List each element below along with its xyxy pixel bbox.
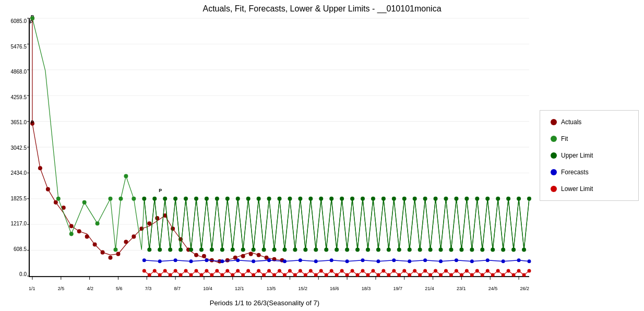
svg-point-138 bbox=[220, 259, 224, 263]
svg-point-166 bbox=[179, 273, 183, 277]
svg-point-140 bbox=[252, 259, 255, 263]
chart-svg: P P P bbox=[30, 18, 529, 276]
svg-point-91 bbox=[314, 248, 318, 252]
svg-point-93 bbox=[324, 248, 328, 252]
svg-point-99 bbox=[355, 248, 360, 252]
x-tick-12: 18/3 bbox=[362, 286, 371, 291]
svg-point-197 bbox=[340, 269, 344, 272]
x-tick-14: 21/4 bbox=[425, 286, 434, 291]
svg-point-64 bbox=[173, 197, 177, 201]
svg-point-165 bbox=[174, 269, 177, 272]
svg-point-232 bbox=[522, 273, 526, 277]
svg-point-180 bbox=[252, 273, 255, 277]
svg-point-81 bbox=[262, 248, 266, 252]
svg-point-219 bbox=[455, 269, 458, 272]
svg-point-48 bbox=[30, 16, 34, 20]
svg-point-116 bbox=[444, 197, 448, 201]
svg-point-79 bbox=[252, 248, 256, 252]
svg-point-56 bbox=[124, 174, 128, 178]
svg-point-181 bbox=[257, 269, 260, 272]
svg-point-98 bbox=[350, 197, 354, 201]
svg-point-115 bbox=[439, 248, 443, 252]
x-tick-15: 23/1 bbox=[457, 286, 466, 291]
svg-point-127 bbox=[501, 248, 505, 252]
svg-point-137 bbox=[205, 258, 208, 262]
svg-point-184 bbox=[272, 273, 276, 277]
svg-point-216 bbox=[439, 273, 443, 277]
svg-point-211 bbox=[413, 269, 416, 272]
svg-point-13 bbox=[38, 166, 42, 170]
svg-point-123 bbox=[480, 248, 484, 252]
y-tick-5476: 5476.5 bbox=[10, 44, 27, 50]
svg-point-160 bbox=[148, 273, 151, 277]
svg-point-159 bbox=[142, 269, 146, 272]
svg-point-65 bbox=[178, 248, 183, 252]
svg-point-204 bbox=[376, 273, 380, 277]
y-axis-labels: 6085.0 5476.5 4868.0 4259.5 3651.0 3042.… bbox=[0, 18, 29, 277]
svg-point-187 bbox=[288, 269, 292, 272]
svg-point-229 bbox=[507, 269, 510, 272]
svg-point-70 bbox=[205, 197, 209, 201]
svg-point-233 bbox=[528, 269, 531, 272]
svg-point-207 bbox=[392, 269, 396, 272]
svg-point-141 bbox=[267, 258, 271, 262]
svg-point-62 bbox=[163, 197, 167, 201]
svg-point-34 bbox=[202, 254, 206, 258]
legend-actuals: Actuals bbox=[551, 118, 628, 126]
svg-point-202 bbox=[366, 273, 369, 277]
svg-point-51 bbox=[82, 200, 87, 205]
y-tick-6085: 6085.0 bbox=[10, 18, 27, 24]
svg-point-58 bbox=[142, 197, 146, 201]
svg-text:P: P bbox=[159, 188, 162, 193]
svg-point-206 bbox=[387, 273, 390, 277]
svg-point-80 bbox=[257, 197, 261, 201]
x-tick-11: 16/6 bbox=[330, 286, 339, 291]
svg-point-189 bbox=[299, 269, 302, 272]
chart-container: Actuals, Fit, Forecasts, Lower & Upper L… bbox=[0, 0, 644, 311]
svg-point-94 bbox=[329, 197, 333, 201]
legend-fit-dot bbox=[551, 136, 557, 142]
svg-point-125 bbox=[491, 248, 495, 252]
svg-point-23 bbox=[116, 252, 120, 256]
legend-forecasts: Forecasts bbox=[551, 169, 628, 176]
svg-point-101 bbox=[366, 248, 370, 252]
y-tick-2434: 2434.0 bbox=[10, 170, 27, 176]
y-tick-1825: 1825.5 bbox=[10, 196, 27, 201]
svg-point-100 bbox=[361, 197, 365, 201]
svg-point-112 bbox=[423, 197, 427, 201]
svg-point-119 bbox=[459, 248, 463, 252]
svg-point-73 bbox=[220, 248, 224, 252]
y-tick-4868: 4868.0 bbox=[10, 69, 27, 75]
svg-point-108 bbox=[402, 197, 407, 201]
svg-point-95 bbox=[335, 248, 339, 252]
svg-point-163 bbox=[163, 269, 167, 272]
x-tick-13: 19/7 bbox=[393, 286, 403, 291]
legend-lower-limit: Lower Limit bbox=[551, 185, 628, 193]
y-tick-4259: 4259.5 bbox=[10, 94, 27, 100]
svg-point-226 bbox=[491, 273, 495, 277]
svg-point-158 bbox=[528, 259, 531, 263]
svg-point-224 bbox=[481, 273, 484, 277]
svg-point-86 bbox=[288, 197, 292, 201]
svg-point-66 bbox=[184, 197, 188, 201]
svg-point-157 bbox=[517, 258, 521, 262]
svg-point-177 bbox=[236, 269, 240, 272]
legend-upper-limit: Upper Limit bbox=[551, 152, 628, 159]
svg-point-117 bbox=[449, 248, 453, 252]
svg-point-113 bbox=[428, 248, 433, 252]
svg-point-87 bbox=[293, 248, 297, 252]
legend-actuals-dot bbox=[551, 119, 557, 125]
svg-point-134 bbox=[158, 259, 162, 263]
svg-point-84 bbox=[278, 197, 282, 201]
svg-point-182 bbox=[262, 273, 266, 277]
x-tick-9: 13/5 bbox=[267, 286, 276, 291]
svg-point-41 bbox=[257, 253, 261, 257]
x-tick-8: 12/1 bbox=[235, 286, 244, 291]
svg-point-53 bbox=[109, 197, 113, 201]
svg-point-172 bbox=[210, 273, 213, 277]
svg-point-225 bbox=[486, 269, 490, 272]
svg-point-15 bbox=[54, 200, 58, 205]
svg-point-97 bbox=[345, 248, 349, 252]
svg-point-17 bbox=[69, 224, 74, 228]
svg-point-193 bbox=[319, 269, 323, 272]
